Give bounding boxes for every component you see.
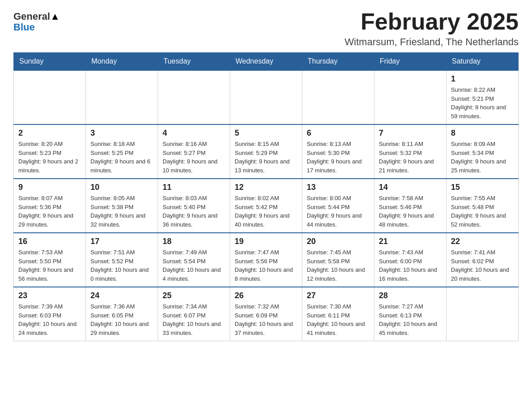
calendar-cell — [446, 287, 519, 341]
day-info: Sunrise: 7:27 AMSunset: 6:13 PMDaylight:… — [379, 302, 442, 337]
day-info: Sunrise: 8:22 AMSunset: 5:21 PMDaylight:… — [451, 86, 514, 120]
calendar-cell: 5Sunrise: 8:15 AMSunset: 5:29 PMDaylight… — [230, 124, 302, 179]
col-tuesday: Tuesday — [158, 53, 230, 71]
day-info: Sunrise: 8:13 AMSunset: 5:30 PMDaylight:… — [307, 140, 369, 175]
calendar-cell: 18Sunrise: 7:49 AMSunset: 5:54 PMDayligh… — [158, 233, 230, 287]
day-number: 3 — [90, 128, 153, 138]
day-info: Sunrise: 7:45 AMSunset: 5:58 PMDaylight:… — [307, 248, 369, 283]
day-number: 19 — [235, 237, 297, 246]
day-number: 17 — [90, 237, 153, 246]
day-info: Sunrise: 7:58 AMSunset: 5:46 PMDaylight:… — [379, 194, 442, 229]
day-info: Sunrise: 7:49 AMSunset: 5:54 PMDaylight:… — [163, 248, 225, 283]
day-info: Sunrise: 8:03 AMSunset: 5:40 PMDaylight:… — [163, 194, 225, 229]
day-number: 4 — [163, 128, 225, 138]
day-info: Sunrise: 7:43 AMSunset: 6:00 PMDaylight:… — [379, 248, 442, 283]
calendar-cell — [158, 70, 230, 124]
col-wednesday: Wednesday — [230, 53, 302, 71]
calendar-cell: 23Sunrise: 7:39 AMSunset: 6:03 PMDayligh… — [14, 287, 86, 341]
location-subtitle: Witmarsum, Friesland, The Netherlands — [345, 36, 519, 48]
col-monday: Monday — [86, 53, 158, 71]
day-number: 27 — [307, 291, 369, 300]
calendar-week-row-2: 2Sunrise: 8:20 AMSunset: 5:23 PMDaylight… — [14, 124, 519, 179]
day-number: 7 — [379, 128, 442, 138]
day-info: Sunrise: 7:32 AMSunset: 6:09 PMDaylight:… — [235, 302, 297, 337]
day-info: Sunrise: 7:30 AMSunset: 6:11 PMDaylight:… — [307, 302, 369, 337]
day-number: 15 — [451, 183, 514, 192]
calendar-cell — [302, 70, 374, 124]
day-number: 11 — [163, 183, 225, 192]
calendar-cell: 28Sunrise: 7:27 AMSunset: 6:13 PMDayligh… — [374, 287, 446, 341]
col-sunday: Sunday — [14, 53, 86, 71]
day-number: 5 — [235, 128, 297, 138]
day-info: Sunrise: 7:55 AMSunset: 5:48 PMDaylight:… — [451, 194, 514, 229]
day-info: Sunrise: 8:05 AMSunset: 5:38 PMDaylight:… — [90, 194, 153, 229]
calendar-cell: 25Sunrise: 7:34 AMSunset: 6:07 PMDayligh… — [158, 287, 230, 341]
calendar-week-row-4: 16Sunrise: 7:53 AMSunset: 5:50 PMDayligh… — [14, 233, 519, 287]
day-info: Sunrise: 7:39 AMSunset: 6:03 PMDaylight:… — [18, 302, 81, 337]
day-info: Sunrise: 8:20 AMSunset: 5:23 PMDaylight:… — [18, 140, 81, 175]
calendar-cell: 15Sunrise: 7:55 AMSunset: 5:48 PMDayligh… — [446, 179, 519, 233]
day-number: 21 — [379, 237, 442, 246]
day-number: 22 — [451, 237, 514, 246]
col-thursday: Thursday — [302, 53, 374, 71]
day-number: 8 — [451, 128, 514, 138]
day-number: 10 — [90, 183, 153, 192]
page-header: General▲ Blue February 2025 Witmarsum, F… — [13, 9, 519, 48]
calendar-week-row-5: 23Sunrise: 7:39 AMSunset: 6:03 PMDayligh… — [14, 287, 519, 341]
day-number: 26 — [235, 291, 297, 300]
logo-blue-text: Blue — [13, 21, 35, 33]
day-number: 24 — [90, 291, 153, 300]
calendar-cell: 2Sunrise: 8:20 AMSunset: 5:23 PMDaylight… — [14, 124, 86, 179]
calendar-cell: 1Sunrise: 8:22 AMSunset: 5:21 PMDaylight… — [446, 70, 519, 124]
day-number: 14 — [379, 183, 442, 192]
calendar-cell: 20Sunrise: 7:45 AMSunset: 5:58 PMDayligh… — [302, 233, 374, 287]
calendar-cell — [14, 70, 86, 124]
calendar-cell: 27Sunrise: 7:30 AMSunset: 6:11 PMDayligh… — [302, 287, 374, 341]
day-number: 23 — [18, 291, 81, 300]
calendar-cell: 14Sunrise: 7:58 AMSunset: 5:46 PMDayligh… — [374, 179, 446, 233]
day-number: 20 — [307, 237, 369, 246]
day-info: Sunrise: 8:00 AMSunset: 5:44 PMDaylight:… — [307, 194, 369, 229]
calendar-cell: 6Sunrise: 8:13 AMSunset: 5:30 PMDaylight… — [302, 124, 374, 179]
day-info: Sunrise: 8:02 AMSunset: 5:42 PMDaylight:… — [235, 194, 297, 229]
day-info: Sunrise: 7:51 AMSunset: 5:52 PMDaylight:… — [90, 248, 153, 283]
day-number: 25 — [163, 291, 225, 300]
day-info: Sunrise: 7:41 AMSunset: 6:02 PMDaylight:… — [451, 248, 514, 283]
calendar-cell: 24Sunrise: 7:36 AMSunset: 6:05 PMDayligh… — [86, 287, 158, 341]
day-info: Sunrise: 8:15 AMSunset: 5:29 PMDaylight:… — [235, 140, 297, 175]
month-year-title: February 2025 — [345, 9, 519, 34]
calendar-cell: 26Sunrise: 7:32 AMSunset: 6:09 PMDayligh… — [230, 287, 302, 341]
logo-general-text: General — [13, 11, 50, 22]
calendar-cell: 8Sunrise: 8:09 AMSunset: 5:34 PMDaylight… — [446, 124, 519, 179]
day-info: Sunrise: 7:36 AMSunset: 6:05 PMDaylight:… — [90, 302, 153, 337]
day-number: 6 — [307, 128, 369, 138]
day-number: 9 — [18, 183, 81, 192]
day-number: 28 — [379, 291, 442, 300]
calendar-cell: 13Sunrise: 8:00 AMSunset: 5:44 PMDayligh… — [302, 179, 374, 233]
day-number: 16 — [18, 237, 81, 246]
day-info: Sunrise: 8:16 AMSunset: 5:27 PMDaylight:… — [163, 140, 225, 175]
calendar-cell — [86, 70, 158, 124]
calendar-cell: 11Sunrise: 8:03 AMSunset: 5:40 PMDayligh… — [158, 179, 230, 233]
day-info: Sunrise: 7:34 AMSunset: 6:07 PMDaylight:… — [163, 302, 225, 337]
calendar-week-row-1: 1Sunrise: 8:22 AMSunset: 5:21 PMDaylight… — [14, 70, 519, 124]
calendar-cell: 21Sunrise: 7:43 AMSunset: 6:00 PMDayligh… — [374, 233, 446, 287]
calendar-cell: 19Sunrise: 7:47 AMSunset: 5:56 PMDayligh… — [230, 233, 302, 287]
calendar-cell: 3Sunrise: 8:18 AMSunset: 5:25 PMDaylight… — [86, 124, 158, 179]
day-info: Sunrise: 8:09 AMSunset: 5:34 PMDaylight:… — [451, 140, 514, 175]
day-info: Sunrise: 8:18 AMSunset: 5:25 PMDaylight:… — [90, 140, 153, 175]
calendar-cell: 9Sunrise: 8:07 AMSunset: 5:36 PMDaylight… — [14, 179, 86, 233]
calendar-header-row: Sunday Monday Tuesday Wednesday Thursday… — [14, 53, 519, 71]
day-number: 1 — [451, 74, 514, 84]
calendar-cell — [230, 70, 302, 124]
calendar-cell — [374, 70, 446, 124]
day-number: 18 — [163, 237, 225, 246]
day-number: 13 — [307, 183, 369, 192]
calendar-week-row-3: 9Sunrise: 8:07 AMSunset: 5:36 PMDaylight… — [14, 179, 519, 233]
calendar-table: Sunday Monday Tuesday Wednesday Thursday… — [13, 52, 519, 341]
logo: General▲ Blue — [13, 9, 60, 33]
day-number: 12 — [235, 183, 297, 192]
col-saturday: Saturday — [446, 53, 519, 71]
calendar-cell: 7Sunrise: 8:11 AMSunset: 5:32 PMDaylight… — [374, 124, 446, 179]
calendar-cell: 4Sunrise: 8:16 AMSunset: 5:27 PMDaylight… — [158, 124, 230, 179]
